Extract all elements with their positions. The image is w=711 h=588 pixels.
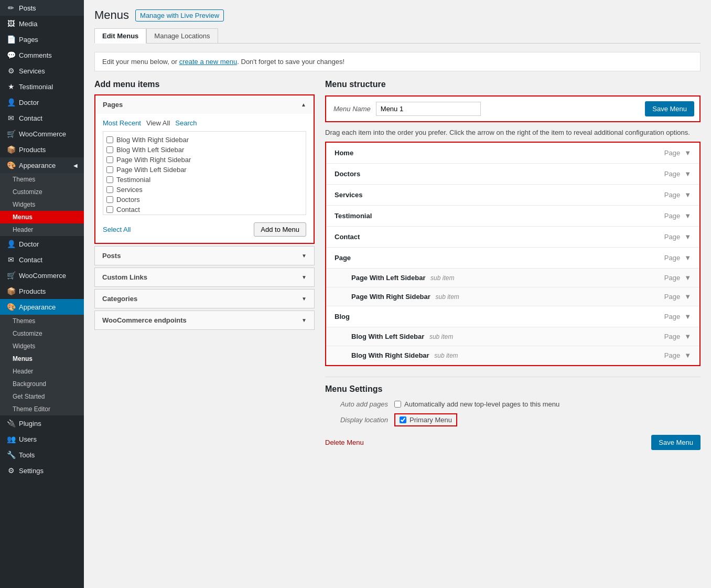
page-checkbox-blog-left[interactable] — [106, 146, 113, 153]
sidebar-item-appearance2[interactable]: 🎨 Appearance — [0, 299, 84, 315]
menu-item-blog-left-sidebar[interactable]: Blog With Left Sidebar sub item Page ▼ — [326, 327, 699, 346]
sidebar-item-contact2[interactable]: ✉ Contact — [0, 252, 84, 268]
blog-right-dropdown-arrow[interactable]: ▼ — [684, 351, 691, 359]
posts-accordion-header[interactable]: Posts ▼ — [95, 247, 314, 265]
page-checkbox-doctors[interactable] — [106, 196, 113, 203]
page-item-blog-right[interactable]: Blog With Right Sidebar — [106, 135, 303, 145]
contact-dropdown-arrow[interactable]: ▼ — [684, 233, 691, 241]
sidebar-item-appearance1[interactable]: 🎨 Appearance ◀ — [0, 157, 84, 173]
pages-tab-view-all[interactable]: View All — [146, 119, 170, 127]
add-to-menu-button[interactable]: Add to Menu — [254, 222, 306, 237]
sidebar-item-settings[interactable]: ⚙ Settings — [0, 463, 84, 478]
sidebar-item-users[interactable]: 👥 Users — [0, 431, 84, 447]
pages-list: Blog With Right Sidebar Blog With Left S… — [103, 131, 306, 215]
sidebar-item-posts[interactable]: ✏ Posts — [0, 0, 84, 16]
pages-accordion-title: Pages — [103, 101, 123, 109]
pages-accordion-header[interactable]: Pages ▲ — [95, 95, 314, 114]
appearance2-subitems: Themes Customize Widgets Menus Header Ba… — [0, 315, 84, 415]
menu-item-home[interactable]: Home Page ▼ — [326, 143, 699, 164]
sidebar-item-media[interactable]: 🖼 Media — [0, 16, 84, 31]
page-item-page-right[interactable]: Page With Right Sidebar — [106, 155, 303, 165]
pages-accordion: Pages ▲ Most Recent View All Search Blog… — [94, 94, 315, 244]
tab-edit-menus[interactable]: Edit Menus — [94, 28, 146, 44]
categories-accordion-header[interactable]: Categories ▼ — [95, 290, 314, 308]
menu-item-services[interactable]: Services Page ▼ — [326, 185, 699, 206]
sidebar-item-testimonial[interactable]: ★ Testimonial — [0, 79, 84, 94]
sidebar-item-products[interactable]: 📦 Products — [0, 142, 84, 157]
delete-menu-link[interactable]: Delete Menu — [325, 439, 364, 446]
page-item-contact[interactable]: Contact — [106, 205, 303, 215]
primary-menu-checkbox[interactable] — [400, 416, 406, 423]
sidebar-subitem-get-started[interactable]: Get Started — [0, 390, 84, 403]
auto-add-checkbox-label: Automatically add new top-level pages to… — [404, 400, 559, 408]
manage-live-preview-link[interactable]: Manage with Live Preview — [135, 9, 224, 22]
sidebar-item-products2[interactable]: 📦 Products — [0, 283, 84, 299]
page-item-testimonial[interactable]: Testimonial — [106, 175, 303, 185]
sidebar-subitem-header1[interactable]: Header — [0, 223, 84, 236]
blog-dropdown-arrow[interactable]: ▼ — [684, 313, 691, 320]
sidebar-subitem-header2[interactable]: Header — [0, 365, 84, 378]
menu-item-doctors[interactable]: Doctors Page ▼ — [326, 164, 699, 185]
page-item-page-left[interactable]: Page With Left Sidebar — [106, 165, 303, 175]
testimonial-dropdown-arrow[interactable]: ▼ — [684, 212, 691, 220]
page-checkbox-page-right[interactable] — [106, 156, 113, 163]
sidebar-item-woocommerce2[interactable]: 🛒 WooCommerce — [0, 268, 84, 283]
doctors-dropdown-arrow[interactable]: ▼ — [684, 170, 691, 178]
auto-add-checkbox[interactable] — [394, 401, 401, 408]
sidebar-subitem-themes1[interactable]: Themes — [0, 173, 84, 186]
menu-item-contact[interactable]: Contact Page ▼ — [326, 227, 699, 248]
save-menu-button-bottom[interactable]: Save Menu — [651, 435, 701, 450]
menu-name-input[interactable] — [376, 102, 481, 116]
menu-item-blog[interactable]: Blog Page ▼ — [326, 306, 699, 327]
sidebar-item-tools[interactable]: 🔧 Tools — [0, 447, 84, 463]
menu-item-page-left-sidebar[interactable]: Page With Left Sidebar sub item Page ▼ — [326, 269, 699, 287]
page-checkbox-testimonial[interactable] — [106, 176, 113, 183]
sidebar-subitem-menus1[interactable]: Menus — [0, 211, 84, 223]
select-all-link[interactable]: Select All — [103, 226, 131, 233]
sidebar-item-doctor[interactable]: 👤 Doctor — [0, 94, 84, 110]
sidebar-item-contact[interactable]: ✉ Contact — [0, 110, 84, 126]
sidebar-subitem-widgets1[interactable]: Widgets — [0, 198, 84, 211]
sidebar-item-pages[interactable]: 📄 Pages — [0, 31, 84, 47]
tab-nav: Edit Menus Manage Locations — [94, 28, 701, 44]
sidebar-subitem-themes2[interactable]: Themes — [0, 315, 84, 327]
sidebar-subitem-background[interactable]: Background — [0, 378, 84, 390]
sidebar-subitem-widgets2[interactable]: Widgets — [0, 340, 84, 352]
pages-accordion-body: Most Recent View All Search Blog With Ri… — [95, 114, 314, 243]
page-left-dropdown-arrow[interactable]: ▼ — [684, 274, 691, 282]
page-item-services[interactable]: Services — [106, 185, 303, 195]
page-dropdown-arrow[interactable]: ▼ — [684, 254, 691, 262]
page-item-doctors[interactable]: Doctors — [106, 195, 303, 205]
sidebar-subitem-customize2[interactable]: Customize — [0, 327, 84, 340]
sidebar-subitem-menus2[interactable]: Menus — [0, 352, 84, 365]
sidebar-item-doctor2[interactable]: 👤 Doctor — [0, 236, 84, 252]
menu-item-page[interactable]: Page Page ▼ — [326, 248, 699, 269]
pages-tab-most-recent[interactable]: Most Recent — [103, 119, 141, 127]
page-checkbox-blog-right[interactable] — [106, 136, 113, 143]
menu-item-testimonial[interactable]: Testimonial Page ▼ — [326, 206, 699, 227]
save-menu-button-top[interactable]: Save Menu — [645, 101, 694, 116]
create-new-menu-link[interactable]: create a new menu — [179, 58, 238, 66]
pages-tab-search[interactable]: Search — [175, 119, 197, 127]
sidebar-item-woocommerce[interactable]: 🛒 WooCommerce — [0, 126, 84, 142]
sidebar-subitem-theme-editor[interactable]: Theme Editor — [0, 403, 84, 415]
sidebar-subitem-customize1[interactable]: Customize — [0, 186, 84, 198]
page-right-dropdown-arrow[interactable]: ▼ — [684, 293, 691, 301]
sidebar-item-plugins[interactable]: 🔌 Plugins — [0, 415, 84, 431]
page-checkbox-services[interactable] — [106, 186, 113, 193]
page-checkbox-page-left[interactable] — [106, 166, 113, 173]
custom-links-accordion-header[interactable]: Custom Links ▼ — [95, 268, 314, 286]
woocommerce2-icon: 🛒 — [6, 271, 16, 280]
services-dropdown-arrow[interactable]: ▼ — [684, 191, 691, 199]
woocommerce-accordion: WooCommerce endpoints ▼ — [94, 311, 315, 330]
sidebar-item-comments[interactable]: 💬 Comments — [0, 47, 84, 63]
sidebar-item-services[interactable]: ⚙ Services — [0, 63, 84, 79]
page-item-blog-left[interactable]: Blog With Left Sidebar — [106, 145, 303, 155]
tab-manage-locations[interactable]: Manage Locations — [146, 28, 218, 43]
home-dropdown-arrow[interactable]: ▼ — [684, 149, 691, 157]
page-checkbox-contact[interactable] — [106, 206, 113, 213]
blog-left-dropdown-arrow[interactable]: ▼ — [684, 333, 691, 340]
menu-item-page-right-sidebar[interactable]: Page With Right Sidebar sub item Page ▼ — [326, 287, 699, 306]
menu-item-blog-right-sidebar[interactable]: Blog With Right Sidebar sub item Page ▼ — [326, 346, 699, 365]
woocommerce-accordion-header[interactable]: WooCommerce endpoints ▼ — [95, 311, 314, 329]
